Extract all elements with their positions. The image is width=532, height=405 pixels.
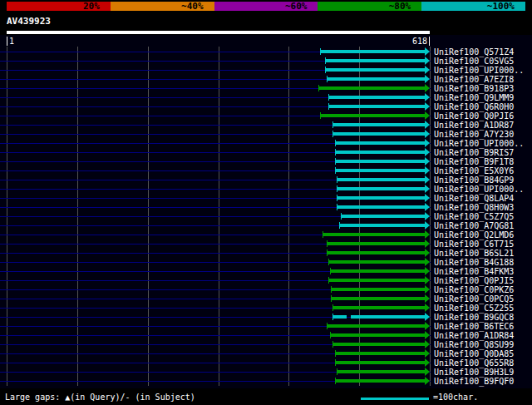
hit-arrow xyxy=(425,111,430,120)
hit-bar[interactable] xyxy=(320,114,425,117)
hit-arrow xyxy=(425,340,430,348)
hit-label[interactable]: UniRef100_Q0DA85 xyxy=(434,349,514,358)
hit-bar[interactable] xyxy=(327,77,425,81)
hit-bar[interactable] xyxy=(325,68,425,72)
hit-bar[interactable] xyxy=(332,343,425,346)
hit-bar[interactable] xyxy=(331,288,425,291)
hit-label[interactable]: UniRef100_Q0PJI5 xyxy=(434,276,514,285)
hit-bar[interactable] xyxy=(332,123,425,126)
hit-label[interactable]: UniRef100_Q571Z4 xyxy=(434,47,514,57)
hit-bar[interactable] xyxy=(318,86,425,90)
hit-label[interactable]: UniRef100_B4G188 xyxy=(434,258,514,267)
hit-label[interactable]: UniRef100_C0PKZ6 xyxy=(434,285,514,294)
hit-bar[interactable] xyxy=(330,269,425,273)
hit-label[interactable]: UniRef100_B6SL21 xyxy=(434,249,514,258)
hit-bar[interactable] xyxy=(337,178,425,181)
hit-label[interactable]: UniRef100_A1DR87 xyxy=(434,121,514,130)
hit-bar[interactable] xyxy=(335,379,425,383)
hit-label[interactable]: UniRef100_Q8LAP4 xyxy=(434,194,514,203)
hit-label[interactable]: UniRef100_B9GQC8 xyxy=(434,313,514,322)
hit-start-tick xyxy=(337,204,337,210)
hit-bar[interactable] xyxy=(339,224,425,227)
hit-bar[interactable] xyxy=(325,59,425,62)
hit-label[interactable]: UniRef100_UPI000.. xyxy=(434,139,524,148)
hit-arrow xyxy=(425,84,430,92)
hit-label[interactable]: UniRef100_Q0PJI6 xyxy=(434,111,514,121)
hit-arrow xyxy=(425,267,430,275)
hit-bar[interactable] xyxy=(351,315,425,319)
hit-start-tick xyxy=(328,277,329,284)
hit-bar[interactable] xyxy=(337,187,425,190)
hit-arrow xyxy=(425,175,430,184)
hit-row: UniRef100_Q2LMD6 xyxy=(0,230,532,240)
hit-bar[interactable] xyxy=(328,279,425,282)
hit-bar[interactable] xyxy=(337,370,425,373)
hit-bar[interactable] xyxy=(337,196,425,200)
hit-label[interactable]: UniRef100_C5Z255 xyxy=(434,304,514,313)
hit-row: UniRef100_Q571Z4 xyxy=(0,47,532,57)
blast-graphical-overview: 20%~40%~60%~80%~100% AV439923 1 618 UniR… xyxy=(0,0,532,405)
hit-label[interactable]: UniRef100_A1DR84 xyxy=(434,331,514,340)
hit-bar[interactable] xyxy=(327,324,425,328)
hit-arrow xyxy=(425,249,430,257)
scale-legend-line xyxy=(361,398,429,400)
hit-bar[interactable] xyxy=(328,96,425,99)
hit-label[interactable]: UniRef100_C0PCQ5 xyxy=(434,294,514,304)
hit-bar[interactable] xyxy=(330,333,425,337)
hit-label[interactable]: UniRef100_B9F1T8 xyxy=(434,157,514,166)
hit-bar[interactable] xyxy=(341,215,425,218)
hit-label[interactable]: UniRef100_B918P3 xyxy=(434,84,514,93)
hit-label[interactable]: UniRef100_UPI000.. xyxy=(434,66,524,75)
hit-label[interactable]: UniRef100_C5Z7Q5 xyxy=(434,212,514,221)
hit-bar[interactable] xyxy=(331,297,425,300)
hit-row: UniRef100_B9F1T8 xyxy=(0,157,532,166)
hit-bar[interactable] xyxy=(335,361,425,364)
hit-bar[interactable] xyxy=(332,306,425,309)
hit-start-tick xyxy=(325,67,326,73)
hit-bar[interactable] xyxy=(332,132,425,136)
hit-label[interactable]: UniRef100_B84GP9 xyxy=(434,175,514,185)
hit-label[interactable]: UniRef100_B9H3L9 xyxy=(434,368,514,377)
hit-label[interactable]: UniRef100_B9RIS7 xyxy=(434,148,514,157)
hit-bar[interactable] xyxy=(335,151,425,154)
hit-row: UniRef100_B4G188 xyxy=(0,258,532,267)
hit-bar[interactable] xyxy=(335,141,425,145)
hit-label[interactable]: UniRef100_C6T715 xyxy=(434,240,514,249)
hit-arrow xyxy=(425,148,430,156)
hit-bar[interactable] xyxy=(327,251,425,254)
hit-bar[interactable] xyxy=(323,233,425,236)
hit-label[interactable]: UniRef100_C0SVG5 xyxy=(434,57,514,66)
hit-bar[interactable] xyxy=(328,260,425,264)
hit-label[interactable]: UniRef100_Q8H0W3 xyxy=(434,203,514,212)
hit-bar[interactable] xyxy=(332,315,347,319)
hit-arrow xyxy=(425,75,430,83)
hit-label[interactable]: UniRef100_Q2LMD6 xyxy=(434,230,514,240)
hit-label[interactable]: UniRef100_Q655R8 xyxy=(434,358,514,368)
hit-start-tick xyxy=(335,359,336,366)
hit-label[interactable]: UniRef100_A7EZI8 xyxy=(434,75,514,84)
hit-row: UniRef100_Q6R0H0 xyxy=(0,102,532,111)
hit-bar[interactable] xyxy=(335,169,425,172)
scale-legend-text: =100char. xyxy=(433,393,478,402)
query-bar xyxy=(7,31,430,34)
hit-bar[interactable] xyxy=(320,50,425,53)
hit-label[interactable]: UniRef100_Q6R0H0 xyxy=(434,102,514,111)
hit-label[interactable]: UniRef100_A7QG81 xyxy=(434,221,514,230)
hit-label[interactable]: UniRef100_A7Y230 xyxy=(434,130,514,139)
hit-label[interactable]: UniRef100_B4FKM3 xyxy=(434,267,514,276)
hit-bar[interactable] xyxy=(328,105,425,108)
hit-label[interactable]: UniRef100_B9FQF0 xyxy=(434,377,514,386)
hit-bar[interactable] xyxy=(335,160,425,163)
hit-label[interactable]: UniRef100_Q8SU99 xyxy=(434,340,514,349)
hit-label[interactable]: UniRef100_E5X0Y6 xyxy=(434,166,514,175)
hit-bar[interactable] xyxy=(337,205,425,209)
hit-label[interactable]: UniRef100_UPI000.. xyxy=(434,185,524,194)
hit-start-tick xyxy=(330,268,331,274)
hit-arrow xyxy=(425,66,430,74)
identity-scale-segment: ~100% xyxy=(421,2,525,11)
hit-start-tick xyxy=(335,158,336,165)
hit-label[interactable]: UniRef100_B6TEC6 xyxy=(434,322,514,331)
hit-bar[interactable] xyxy=(327,242,425,245)
hit-label[interactable]: UniRef100_Q9LMM9 xyxy=(434,93,514,102)
hit-bar[interactable] xyxy=(335,352,425,355)
